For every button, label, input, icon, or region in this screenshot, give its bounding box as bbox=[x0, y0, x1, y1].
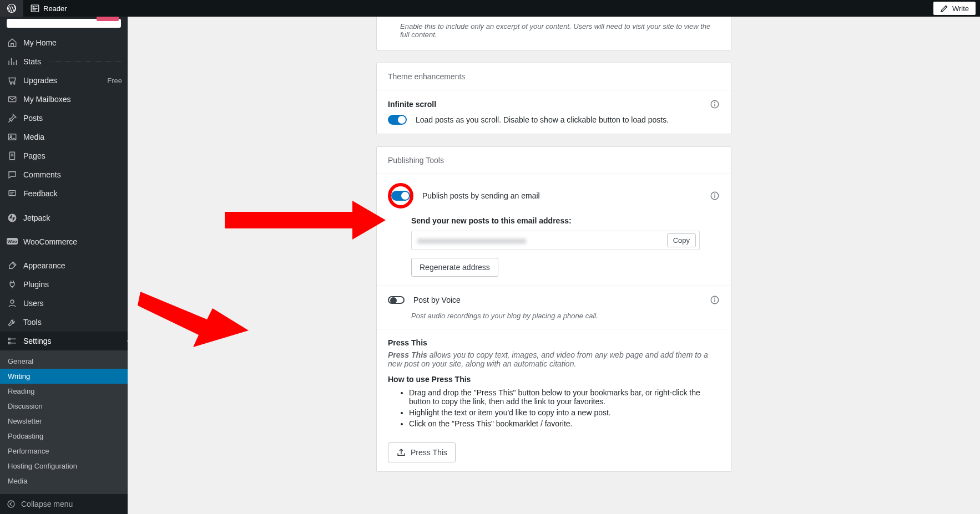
settings-sub-podcasting[interactable]: Podcasting bbox=[0, 429, 128, 444]
sidebar-item-users[interactable]: Users bbox=[0, 294, 128, 313]
infinite-scroll-title: Infinite scroll bbox=[388, 100, 436, 109]
cart-icon bbox=[7, 75, 18, 85]
pin-icon bbox=[7, 113, 18, 123]
settings-sub-general[interactable]: General bbox=[0, 354, 128, 369]
sidebar-item-label: WooCommerce bbox=[23, 237, 77, 246]
sidebar-item-label: Jetpack bbox=[23, 213, 50, 222]
sidebar-item-appearance[interactable]: Appearance bbox=[0, 256, 128, 275]
sidebar-item-media[interactable]: Media bbox=[0, 128, 128, 146]
brush-icon bbox=[7, 261, 18, 271]
post-by-voice-label: Post by Voice bbox=[413, 296, 461, 304]
excerpt-help-text: Enable this to include only an excerpt o… bbox=[377, 17, 731, 50]
svg-rect-22 bbox=[8, 342, 10, 344]
svg-marker-27 bbox=[138, 292, 249, 347]
post-by-voice-toggle[interactable] bbox=[388, 296, 405, 304]
comments-icon bbox=[7, 170, 18, 180]
infinite-scroll-desc: Load posts as you scroll. Disable to sho… bbox=[416, 115, 669, 124]
sidebar-item-label: Media bbox=[23, 133, 44, 141]
svg-point-36 bbox=[715, 298, 715, 298]
settings-sub-media[interactable]: Media bbox=[0, 474, 128, 488]
sidebar-item-label: Posts bbox=[23, 114, 43, 123]
infinite-scroll-toggle[interactable] bbox=[388, 115, 407, 125]
pages-icon bbox=[7, 151, 18, 161]
email-field-label: Send your new posts to this email addres… bbox=[411, 216, 720, 225]
regenerate-address-button[interactable]: Regenerate address bbox=[411, 258, 498, 277]
site-card[interactable] bbox=[7, 19, 121, 28]
sidebar-item-label: Appearance bbox=[23, 261, 65, 270]
svg-point-30 bbox=[715, 102, 715, 103]
svg-point-6 bbox=[11, 83, 12, 84]
sidebar-item-label: Comments bbox=[23, 170, 61, 179]
admin-sidebar: My HomeStatsUpgradesFreeMy MailboxesPost… bbox=[0, 17, 128, 514]
sidebar-item-label: Settings bbox=[23, 337, 52, 345]
press-this-desc: Press This allows you to copy text, imag… bbox=[388, 350, 720, 368]
publishing-tools-title: Publishing Tools bbox=[377, 147, 731, 174]
settings-sub-performance[interactable]: Performance bbox=[0, 444, 128, 459]
sidebar-item-settings[interactable]: Settings bbox=[0, 332, 128, 350]
post-by-email-address[interactable]: xxxxxxxxxxxxxxxxxxxxxxxxxxxx bbox=[417, 236, 667, 245]
sidebar-item-my-mailboxes[interactable]: My Mailboxes bbox=[0, 90, 128, 109]
sidebar-item-tools[interactable]: Tools bbox=[0, 313, 128, 332]
info-icon[interactable] bbox=[710, 191, 720, 201]
reader-label: Reader bbox=[43, 4, 67, 13]
press-this-step: Highlight the text or item you'd like to… bbox=[409, 408, 720, 417]
settings-sub-hosting-configuration[interactable]: Hosting Configuration bbox=[0, 459, 128, 474]
reader-link[interactable]: Reader bbox=[23, 0, 74, 17]
collapse-menu-button[interactable]: Collapse menu bbox=[0, 494, 128, 514]
sidebar-item-label: Pages bbox=[23, 151, 46, 160]
mail-icon bbox=[7, 94, 18, 104]
press-this-button[interactable]: Press This bbox=[388, 442, 456, 462]
settings-sub-reading[interactable]: Reading bbox=[0, 384, 128, 399]
annotation-arrow-1 bbox=[225, 201, 386, 240]
press-this-title: Press This bbox=[388, 338, 720, 347]
sidebar-item-my-home[interactable]: My Home bbox=[0, 33, 128, 52]
sidebar-item-label: Feedback bbox=[23, 189, 57, 198]
sidebar-item-feedback[interactable]: Feedback bbox=[0, 184, 128, 203]
user-icon bbox=[7, 298, 18, 308]
sidebar-item-label: Upgrades bbox=[23, 76, 57, 85]
share-icon bbox=[396, 447, 406, 457]
settings-sub-discussion[interactable]: Discussion bbox=[0, 399, 128, 414]
post-by-voice-help: Post audio recordings to your blog by pl… bbox=[388, 312, 720, 320]
sidebar-item-woocommerce[interactable]: WooWooCommerce bbox=[0, 233, 128, 251]
copy-email-button[interactable]: Copy bbox=[667, 233, 696, 247]
press-this-step: Click on the "Press This" bookmarklet / … bbox=[409, 419, 720, 428]
sidebar-item-upgrades[interactable]: UpgradesFree bbox=[0, 71, 128, 90]
sidebar-item-label: Plugins bbox=[23, 280, 49, 289]
sidebar-item-comments[interactable]: Comments bbox=[0, 165, 128, 184]
info-icon[interactable] bbox=[710, 295, 720, 305]
svg-rect-21 bbox=[8, 338, 10, 340]
settings-icon bbox=[7, 336, 18, 346]
feedback-icon bbox=[7, 189, 18, 199]
sidebar-item-pages[interactable]: Pages bbox=[0, 146, 128, 165]
publish-by-email-toggle[interactable] bbox=[391, 191, 410, 201]
media-icon bbox=[7, 132, 18, 142]
woo-icon: Woo bbox=[7, 238, 18, 246]
settings-sub-writing[interactable]: Writing bbox=[0, 369, 128, 384]
sidebar-item-label: My Mailboxes bbox=[23, 95, 71, 104]
publish-by-email-label: Publish posts by sending an email bbox=[422, 191, 540, 200]
svg-point-20 bbox=[11, 300, 14, 303]
sidebar-item-label: Tools bbox=[23, 318, 42, 327]
info-icon[interactable] bbox=[710, 99, 720, 109]
sidebar-item-plugins[interactable]: Plugins bbox=[0, 275, 128, 294]
collapse-icon bbox=[7, 500, 16, 508]
sidebar-item-posts[interactable]: Posts bbox=[0, 109, 128, 128]
svg-marker-26 bbox=[225, 201, 386, 240]
write-button[interactable]: Write bbox=[933, 2, 976, 15]
annotation-arrow-2 bbox=[138, 292, 249, 347]
press-this-howto: How to use Press This bbox=[388, 375, 720, 384]
theme-enhancements-panel: Theme enhancements Infinite scroll Load … bbox=[376, 63, 731, 134]
svg-rect-2 bbox=[33, 6, 35, 7]
stats-icon bbox=[7, 57, 18, 67]
wordpress-logo-button[interactable] bbox=[0, 0, 23, 17]
plug-icon bbox=[7, 279, 18, 289]
sidebar-item-jetpack[interactable]: Jetpack bbox=[0, 208, 128, 227]
write-label: Write bbox=[952, 4, 969, 13]
sidebar-item-stats[interactable]: Stats bbox=[0, 52, 128, 71]
sidebar-item-badge: Free bbox=[107, 77, 122, 85]
wordpress-logo-icon bbox=[7, 3, 17, 13]
reader-icon bbox=[30, 3, 40, 13]
settings-sub-newsletter[interactable]: Newsletter bbox=[0, 414, 128, 429]
svg-point-33 bbox=[715, 194, 715, 194]
